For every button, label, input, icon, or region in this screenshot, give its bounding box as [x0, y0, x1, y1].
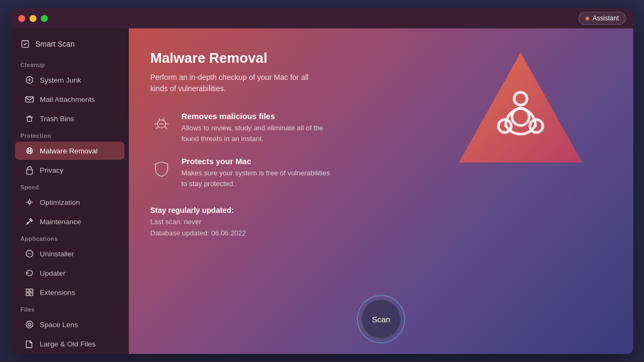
uninstaller-icon: [25, 249, 34, 258]
space-lens-label: Space Lens: [40, 321, 78, 329]
assistant-label: Assistant: [592, 14, 619, 22]
main-content: Smart Scan Cleanup System Junk: [11, 28, 633, 354]
feature-removes-desc: Allows to review, study and eliminate al…: [181, 123, 332, 144]
assistant-dot-icon: [586, 17, 589, 20]
last-scan-label: Last scan: never: [150, 217, 612, 228]
extensions-icon: [25, 287, 34, 297]
maintenance-label: Maintenance: [40, 218, 81, 226]
smart-scan-icon: [20, 39, 30, 49]
assistant-button[interactable]: Assistant: [579, 12, 626, 25]
malware-removal-label: Malware Removal: [40, 147, 98, 155]
section-label-applications: Applications: [11, 231, 129, 244]
biohazard-illustration: [451, 45, 601, 195]
system-junk-icon: [25, 75, 34, 85]
sidebar-item-updater[interactable]: Updater: [15, 264, 125, 282]
optimization-label: Optimization: [40, 198, 80, 206]
updater-label: Updater: [40, 269, 65, 277]
section-label-cleanup: Cleanup: [11, 57, 129, 70]
svg-point-16: [28, 323, 31, 326]
main-panel: Malware Removal Perform an in-depth chec…: [129, 28, 633, 354]
scan-button-wrap: Scan: [357, 295, 405, 343]
mail-attachments-label: Mail Attachments: [40, 95, 95, 104]
svg-point-15: [26, 321, 33, 328]
svg-rect-2: [26, 97, 33, 102]
minimize-button[interactable]: [30, 15, 36, 22]
update-title: Stay regularly updated:: [150, 206, 612, 215]
sidebar-item-trash-bins[interactable]: Trash Bins: [15, 109, 125, 128]
sidebar-item-maintenance[interactable]: Maintenance: [15, 212, 125, 231]
smart-scan-label: Smart Scan: [35, 40, 75, 48]
maximize-button[interactable]: [41, 15, 48, 22]
section-label-speed: Speed: [11, 180, 129, 193]
sidebar-item-system-junk[interactable]: System Junk: [15, 71, 125, 89]
section-label-files: Files: [11, 302, 129, 315]
trash-icon: [25, 114, 34, 123]
mail-icon: [25, 94, 34, 104]
sidebar-item-large-old-files[interactable]: Large & Old Files: [15, 335, 125, 353]
traffic-lights: [18, 15, 48, 22]
feature-protects-mac: Protects your Mac Makes sure your system…: [150, 157, 354, 189]
shield-icon: [150, 158, 173, 180]
privacy-label: Privacy: [40, 166, 63, 174]
svg-rect-12: [30, 289, 33, 292]
uninstaller-label: Uninstaller: [40, 250, 74, 258]
title-bar: Assistant: [11, 8, 633, 28]
feature-removes-malicious: Removes malicious files Allows to review…: [150, 112, 354, 144]
sidebar-item-extensions[interactable]: Extensions: [15, 283, 125, 301]
app-window: Assistant Smart Scan Cleanup: [11, 8, 633, 354]
optimization-icon: [25, 197, 34, 207]
section-label-protection: Protection: [11, 128, 129, 141]
sidebar-item-space-lens[interactable]: Space Lens: [15, 315, 125, 334]
panel-subtitle: Perform an in-depth checkup of your Mac …: [150, 72, 322, 94]
svg-rect-11: [26, 289, 29, 292]
sidebar-item-mail-attachments[interactable]: Mail Attachments: [15, 90, 125, 108]
feature-protects-title: Protects your Mac: [181, 157, 332, 166]
sidebar-item-uninstaller[interactable]: Uninstaller: [15, 245, 125, 263]
extensions-label: Extensions: [40, 289, 75, 297]
sidebar: Smart Scan Cleanup System Junk: [11, 28, 129, 354]
updater-icon: [25, 268, 34, 278]
space-lens-icon: [25, 320, 34, 329]
trash-bins-label: Trash Bins: [40, 115, 74, 123]
svg-rect-13: [26, 293, 29, 295]
update-section: Stay regularly updated: Last scan: never…: [150, 206, 612, 239]
svg-rect-14: [30, 293, 33, 295]
feature-removes-text: Removes malicious files Allows to review…: [181, 112, 332, 144]
sidebar-item-smart-scan[interactable]: Smart Scan: [11, 34, 129, 54]
scan-button-outer-ring: Scan: [357, 295, 405, 343]
maintenance-icon: [25, 217, 34, 226]
large-old-files-label: Large & Old Files: [40, 340, 96, 348]
features-list: Removes malicious files Allows to review…: [150, 112, 354, 189]
feature-protects-text: Protects your Mac Makes sure your system…: [181, 157, 332, 189]
sidebar-item-malware-removal[interactable]: Malware Removal: [15, 142, 125, 160]
scan-button[interactable]: Scan: [361, 299, 401, 339]
feature-removes-title: Removes malicious files: [181, 112, 332, 121]
feature-protects-desc: Makes sure your system is free of vulner…: [181, 168, 332, 189]
database-label: Database updated: 06.06.2022: [150, 228, 612, 239]
malware-icon: [25, 146, 34, 156]
sidebar-item-privacy[interactable]: Privacy: [15, 161, 125, 179]
svg-point-4: [28, 150, 31, 152]
system-junk-label: System Junk: [40, 76, 81, 84]
large-files-icon: [25, 339, 34, 349]
svg-point-9: [28, 201, 31, 203]
close-button[interactable]: [18, 15, 25, 22]
privacy-icon: [25, 165, 34, 175]
bug-icon: [150, 113, 173, 135]
sidebar-item-optimization[interactable]: Optimization: [15, 193, 125, 211]
